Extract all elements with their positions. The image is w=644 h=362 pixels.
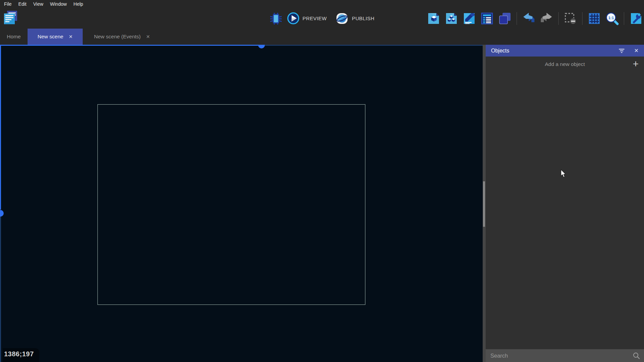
tab-label: New scene [38, 34, 64, 40]
tab-new-scene[interactable]: New scene ✕ [28, 29, 83, 45]
menu-view[interactable]: View [30, 0, 47, 8]
gutter-scrollbar-thumb[interactable] [483, 181, 485, 227]
tab-new-scene-events[interactable]: New scene (Events) ✕ [83, 29, 161, 45]
publish-label: PUBLISH [352, 15, 374, 21]
properties-icon[interactable] [462, 12, 476, 25]
project-manager-icon[interactable] [3, 10, 19, 26]
object-search-input[interactable] [486, 353, 633, 359]
play-icon [287, 12, 299, 25]
redo-icon[interactable] [540, 12, 553, 25]
object-search-bar [486, 349, 644, 362]
svg-text:1:1: 1:1 [608, 16, 614, 20]
horizontal-scrollbar-track[interactable] [265, 45, 483, 46]
horizontal-scrollbar[interactable] [0, 45, 259, 46]
debugger-icon[interactable] [269, 11, 283, 26]
zoom-original-icon[interactable]: 1:1 [605, 12, 619, 25]
objects-panel-header: Objects ✕ [486, 45, 644, 57]
add-object-plus-icon[interactable]: + [633, 58, 639, 70]
objects-panel-title: Objects [491, 48, 618, 54]
horizontal-scrollbar-thumb[interactable] [258, 45, 265, 48]
menu-help[interactable]: Help [70, 0, 87, 8]
tab-home[interactable]: Home [0, 29, 28, 45]
close-panel-icon[interactable]: ✕ [634, 47, 639, 54]
editor-toolbar-icons: 1:1 [427, 8, 643, 29]
grid-icon[interactable] [588, 12, 601, 25]
instances-list-icon[interactable] [480, 12, 494, 25]
objects-editor-icon[interactable] [427, 12, 440, 25]
objects-panel: Objects ✕ Add a new object + [486, 45, 644, 362]
menu-window[interactable]: Window [47, 0, 70, 8]
menu-file[interactable]: File [1, 0, 15, 8]
publish-globe-icon [335, 12, 349, 25]
deselect-mask-icon[interactable] [564, 12, 577, 25]
undo-icon[interactable] [522, 12, 535, 25]
toolbar-separator [624, 12, 624, 25]
search-icon [633, 352, 640, 359]
tab-close-icon[interactable]: ✕ [69, 34, 73, 39]
tab-label: New scene (Events) [94, 34, 141, 40]
tab-bar: Home New scene ✕ New scene (Events) ✕ [0, 29, 644, 45]
add-object-label: Add a new object [545, 61, 585, 67]
toolbar-separator [582, 12, 582, 25]
toolbar-separator [517, 12, 517, 25]
run-controls: PREVIEW PUBLISH [269, 8, 374, 29]
main-toolbar: PREVIEW PUBLISH [0, 8, 644, 29]
preview-label: PREVIEW [303, 15, 327, 21]
project-settings-icon[interactable] [629, 12, 643, 25]
scene-editor-canvas[interactable]: 1386;197 [0, 45, 483, 362]
publish-button[interactable]: PUBLISH [335, 12, 374, 25]
menu-edit[interactable]: Edit [15, 0, 30, 8]
vertical-scrollbar-thumb[interactable] [0, 210, 4, 217]
vertical-scrollbar[interactable] [0, 45, 1, 210]
panel-gutter-scrollbar[interactable] [483, 45, 486, 362]
vertical-scrollbar-track[interactable] [0, 217, 1, 362]
tab-close-icon[interactable]: ✕ [146, 34, 150, 39]
object-groups-icon[interactable] [445, 12, 458, 25]
filter-icon[interactable] [618, 48, 625, 53]
add-object-row[interactable]: Add a new object + [486, 57, 644, 72]
menu-bar: File Edit View Window Help [0, 0, 644, 8]
game-window-frame [97, 104, 365, 305]
layers-icon[interactable] [498, 12, 512, 25]
toolbar-separator [558, 12, 559, 25]
cursor-coordinates: 1386;197 [3, 348, 39, 362]
preview-button[interactable]: PREVIEW [287, 12, 327, 25]
tab-label: Home [7, 34, 21, 40]
